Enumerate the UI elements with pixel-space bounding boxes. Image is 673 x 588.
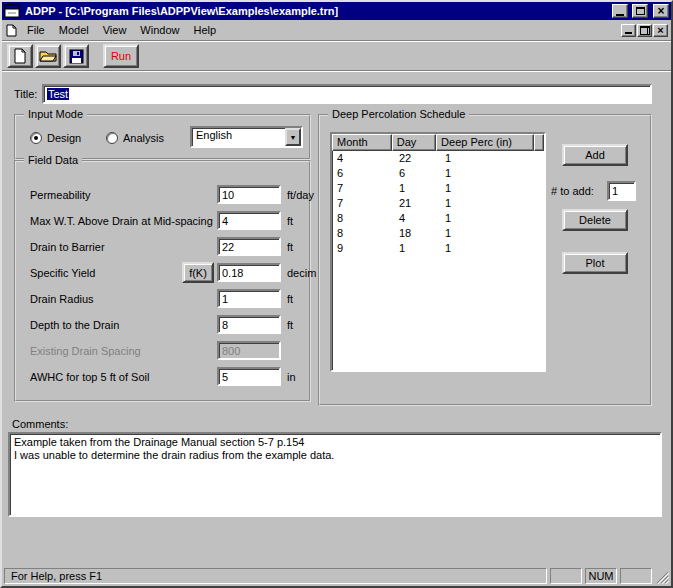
field-row-drain-radius: Drain Radius ft xyxy=(16,289,309,311)
analysis-radio-label: Analysis xyxy=(123,132,164,144)
comments-label: Comments: xyxy=(12,418,68,430)
new-file-button[interactable] xyxy=(7,44,33,68)
status-message: For Help, press F1 xyxy=(4,568,547,584)
field-unit: decim xyxy=(287,267,316,279)
resize-grip[interactable] xyxy=(655,568,669,584)
schedule-cell-deep-perc: 1 xyxy=(440,211,542,226)
column-header-deep-perc[interactable]: Deep Perc (in) xyxy=(436,134,534,151)
schedule-cell-day: 1 xyxy=(394,181,440,196)
units-dropdown[interactable]: English ▼ xyxy=(190,126,303,148)
field-unit: ft xyxy=(287,319,293,331)
field-label: Depth to the Drain xyxy=(30,319,119,331)
field-label: Max W.T. Above Drain at Mid-spacing xyxy=(30,215,213,227)
radio-unselected-icon xyxy=(106,132,118,144)
open-file-button[interactable] xyxy=(35,44,61,68)
app-window: ADPP - [C:\Program Files\ADPPView\Exampl… xyxy=(0,0,673,588)
specific-yield-input[interactable] xyxy=(217,263,281,282)
drain-radius-input[interactable] xyxy=(217,289,281,308)
column-header-day[interactable]: Day xyxy=(392,134,436,151)
restore-icon xyxy=(640,26,650,35)
schedule-cell-month: 7 xyxy=(332,181,394,196)
menu-help[interactable]: Help xyxy=(186,21,223,39)
schedule-cell-day: 21 xyxy=(394,196,440,211)
depth-to-drain-input[interactable] xyxy=(217,315,281,334)
schedule-row[interactable]: 7 21 1 xyxy=(332,196,544,211)
field-label: Permeability xyxy=(30,189,91,201)
status-pane-scrl xyxy=(620,568,652,584)
field-label: Drain Radius xyxy=(30,293,94,305)
menu-file[interactable]: File xyxy=(20,21,52,39)
field-row-depth-to-drain: Depth to the Drain ft xyxy=(16,315,309,337)
schedule-cell-month: 7 xyxy=(332,196,394,211)
permeability-input[interactable] xyxy=(217,185,281,204)
existing-drain-spacing-input xyxy=(217,341,281,360)
max-wt-input[interactable] xyxy=(217,211,281,230)
client-area: Title: Test Input Mode Design Analysis E… xyxy=(2,71,671,566)
schedule-row[interactable]: 6 6 1 xyxy=(332,166,544,181)
num-to-add-label: # to add: xyxy=(551,185,594,197)
title-bar[interactable]: ADPP - [C:\Program Files\ADPPView\Exampl… xyxy=(2,2,671,20)
design-radio[interactable]: Design xyxy=(30,131,81,145)
field-unit: ft xyxy=(287,241,293,253)
mdi-restore-button[interactable] xyxy=(637,24,652,37)
maximize-button[interactable] xyxy=(632,4,648,18)
open-folder-icon xyxy=(39,49,57,63)
schedule-table[interactable]: Month Day Deep Perc (in) 4 22 1 6 6 1 7 xyxy=(330,132,546,372)
document-system-icon[interactable] xyxy=(5,24,18,37)
field-unit: ft xyxy=(287,293,293,305)
app-icon xyxy=(4,4,20,18)
column-header-month[interactable]: Month xyxy=(332,134,392,151)
close-icon: × xyxy=(657,25,663,35)
schedule-row[interactable]: 4 22 1 xyxy=(332,151,544,166)
schedule-row[interactable]: 8 18 1 xyxy=(332,226,544,241)
schedule-cell-deep-perc: 1 xyxy=(440,166,542,181)
field-label: AWHC for top 5 ft of Soil xyxy=(30,371,149,383)
delete-button[interactable]: Delete xyxy=(562,209,628,231)
field-row-existing-spacing: Existing Drain Spacing xyxy=(16,341,309,363)
field-row-awhc: AWHC for top 5 ft of Soil in xyxy=(16,367,309,389)
run-button[interactable]: Run xyxy=(103,44,139,68)
awhc-input[interactable] xyxy=(217,367,281,386)
schedule-row[interactable]: 7 1 1 xyxy=(332,181,544,196)
new-document-icon xyxy=(12,48,28,64)
field-data-legend: Field Data xyxy=(24,154,82,166)
add-button[interactable]: Add xyxy=(562,144,628,166)
save-floppy-icon xyxy=(69,49,84,64)
title-input[interactable]: Test xyxy=(42,84,652,104)
schedule-cell-deep-perc: 1 xyxy=(440,196,542,211)
minimize-button[interactable] xyxy=(612,4,628,18)
schedule-cell-deep-perc: 1 xyxy=(440,241,542,256)
deep-percolation-legend: Deep Percolation Schedule xyxy=(328,108,469,120)
input-mode-legend: Input Mode xyxy=(24,108,87,120)
schedule-row[interactable]: 8 4 1 xyxy=(332,211,544,226)
fk-button[interactable]: f(K) xyxy=(182,262,214,283)
schedule-cell-month: 4 xyxy=(332,151,394,166)
schedule-table-header: Month Day Deep Perc (in) xyxy=(332,134,544,151)
num-to-add-input[interactable] xyxy=(607,181,636,201)
menu-view[interactable]: View xyxy=(96,21,134,39)
menu-window[interactable]: Window xyxy=(133,21,186,39)
close-button[interactable]: × xyxy=(653,4,669,18)
analysis-radio[interactable]: Analysis xyxy=(106,131,164,145)
field-row-specific-yield: Specific Yield f(K) decim xyxy=(16,263,309,285)
mdi-window-controls: × xyxy=(620,24,668,37)
minimize-icon xyxy=(625,32,632,34)
num-lock-indicator: NUM xyxy=(585,568,617,584)
schedule-cell-day: 22 xyxy=(394,151,440,166)
schedule-cell-deep-perc: 1 xyxy=(440,151,542,166)
schedule-row[interactable]: 9 1 1 xyxy=(332,241,544,256)
window-title: ADPP - [C:\Program Files\ADPPView\Exampl… xyxy=(25,5,609,17)
menu-model[interactable]: Model xyxy=(52,21,96,39)
chevron-down-icon[interactable]: ▼ xyxy=(285,128,301,146)
schedule-cell-day: 4 xyxy=(394,211,440,226)
comments-textarea[interactable]: Example taken from the Drainage Manual s… xyxy=(8,432,662,517)
mdi-minimize-button[interactable] xyxy=(621,24,636,37)
save-file-button[interactable] xyxy=(63,44,89,68)
schedule-cell-deep-perc: 1 xyxy=(440,181,542,196)
drain-to-barrier-input[interactable] xyxy=(217,237,281,256)
toolbar: Run xyxy=(2,41,671,71)
title-input-value: Test xyxy=(47,88,69,100)
mdi-close-button[interactable]: × xyxy=(653,24,668,37)
plot-button[interactable]: Plot xyxy=(562,252,628,274)
field-data-group: Field Data Permeability ft/day Max W.T. … xyxy=(14,160,311,402)
